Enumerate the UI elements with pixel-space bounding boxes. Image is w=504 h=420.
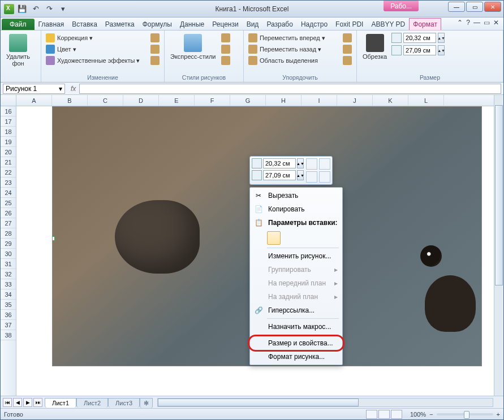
- sheet-nav-first[interactable]: ⏮: [3, 398, 12, 407]
- tab-view[interactable]: Вид: [243, 18, 263, 30]
- row-header[interactable]: 31: [1, 259, 16, 269]
- row-header[interactable]: 27: [1, 218, 16, 228]
- width-input[interactable]: [403, 45, 436, 55]
- view-normal-button[interactable]: [366, 410, 377, 419]
- mini-send-backward-icon[interactable]: [319, 158, 330, 170]
- col-header[interactable]: K: [373, 95, 408, 106]
- mini-bring-forward-icon[interactable]: [306, 158, 317, 170]
- col-header[interactable]: C: [88, 95, 123, 106]
- formula-input[interactable]: [79, 84, 501, 94]
- row-header[interactable]: 32: [1, 269, 16, 279]
- row-header[interactable]: 22: [1, 167, 16, 177]
- tab-formulas[interactable]: Формулы: [139, 18, 176, 30]
- tab-format[interactable]: Формат: [409, 18, 441, 30]
- height-input[interactable]: [403, 33, 436, 43]
- row-header[interactable]: 26: [1, 208, 16, 218]
- sheet-nav-next[interactable]: ▶: [23, 398, 32, 407]
- artistic-effects-button[interactable]: Художественные эффекты ▾: [45, 55, 147, 66]
- ctx-format-picture[interactable]: Формат рисунка...: [251, 350, 341, 363]
- row-header[interactable]: 23: [1, 177, 16, 188]
- tab-home[interactable]: Главная: [35, 18, 68, 30]
- select-all-corner[interactable]: [1, 95, 16, 106]
- mini-width-spinner[interactable]: ▲▼: [297, 170, 304, 180]
- ctx-cut[interactable]: ✂Вырезать: [251, 189, 341, 202]
- scrollbar-thumb[interactable]: [158, 399, 359, 406]
- undo-icon[interactable]: ↶: [30, 3, 41, 15]
- tab-foxit[interactable]: Foxit PDI: [331, 18, 367, 30]
- zoom-percent[interactable]: 100%: [410, 411, 426, 418]
- row-header[interactable]: 24: [1, 188, 16, 198]
- color-button[interactable]: Цвет ▾: [45, 44, 147, 54]
- mini-style-icon[interactable]: [306, 171, 317, 183]
- picture-layout-button[interactable]: [220, 55, 231, 66]
- zoom-in-button[interactable]: +: [497, 411, 500, 418]
- col-header[interactable]: A: [16, 95, 52, 106]
- sheet-tab-1[interactable]: Лист1: [45, 398, 76, 408]
- mini-crop-icon[interactable]: [319, 171, 330, 183]
- help-icon[interactable]: ?: [466, 19, 470, 27]
- view-page-layout-button[interactable]: [378, 410, 390, 419]
- tab-data[interactable]: Данные: [176, 18, 208, 30]
- align-button[interactable]: [342, 33, 353, 43]
- width-spinner[interactable]: ▲▼: [438, 45, 445, 55]
- fx-icon[interactable]: fx: [67, 85, 79, 93]
- row-header[interactable]: 18: [1, 127, 16, 137]
- doc-minimize-icon[interactable]: —: [473, 19, 480, 27]
- row-header[interactable]: 21: [1, 157, 16, 167]
- col-header[interactable]: H: [266, 95, 301, 106]
- new-sheet-button[interactable]: ✻: [140, 398, 153, 408]
- redo-icon[interactable]: ↷: [44, 3, 55, 15]
- row-header[interactable]: 37: [1, 320, 16, 330]
- tab-insert[interactable]: Вставка: [68, 18, 101, 30]
- row-header[interactable]: 35: [1, 300, 16, 310]
- send-backward-button[interactable]: Переместить назад ▾: [247, 44, 339, 54]
- height-spinner[interactable]: ▲▼: [438, 33, 445, 43]
- picture-border-button[interactable]: [220, 33, 231, 43]
- maximize-button[interactable]: ▭: [466, 2, 483, 12]
- qat-customize-icon[interactable]: ▾: [57, 3, 68, 15]
- col-header[interactable]: E: [159, 95, 195, 106]
- minimize-ribbon-icon[interactable]: ⌃: [457, 19, 463, 27]
- tab-layout[interactable]: Разметка: [101, 18, 139, 30]
- doc-restore-icon[interactable]: ▭: [484, 19, 490, 27]
- view-page-break-button[interactable]: [391, 410, 402, 419]
- row-header[interactable]: 25: [1, 198, 16, 208]
- row-header[interactable]: 38: [1, 330, 16, 340]
- change-picture-button[interactable]: [149, 44, 161, 54]
- zoom-slider[interactable]: [437, 413, 493, 415]
- mini-height-input[interactable]: [263, 158, 296, 168]
- row-header[interactable]: 16: [1, 106, 16, 116]
- ctx-assign-macro[interactable]: Назначить макрос...: [251, 320, 341, 334]
- sheet-tab-2[interactable]: Лист2: [76, 398, 108, 408]
- ctx-hyperlink[interactable]: 🔗Гиперссылка...: [251, 304, 341, 317]
- col-header[interactable]: L: [408, 95, 444, 106]
- col-header[interactable]: J: [337, 95, 373, 106]
- vertical-scrollbar[interactable]: [494, 95, 503, 396]
- row-header[interactable]: 29: [1, 239, 16, 249]
- ctx-size-and-properties[interactable]: Размер и свойства...: [251, 336, 341, 350]
- tab-review[interactable]: Рецензи: [208, 18, 242, 30]
- ctx-copy[interactable]: 📄Копировать: [251, 202, 341, 216]
- col-header[interactable]: F: [195, 95, 230, 106]
- sheet-tab-3[interactable]: Лист3: [108, 398, 140, 408]
- selection-pane-button[interactable]: Область выделения: [247, 55, 339, 66]
- name-box-dropdown-icon[interactable]: ▾: [59, 85, 62, 93]
- compress-button[interactable]: [149, 33, 161, 43]
- express-styles-button[interactable]: Экспресс-стили: [168, 33, 218, 61]
- close-button[interactable]: ✕: [484, 2, 501, 12]
- tab-developer[interactable]: Разрабо: [262, 18, 297, 30]
- sheet-nav-prev[interactable]: ◀: [13, 398, 22, 407]
- minimize-button[interactable]: —: [448, 2, 465, 12]
- zoom-out-button[interactable]: −: [429, 411, 433, 418]
- remove-background-button[interactable]: Удалить фон: [4, 33, 32, 68]
- sheet-nav-last[interactable]: ⏭: [33, 398, 42, 407]
- ctx-change-picture[interactable]: Изменить рисунок...: [251, 249, 341, 263]
- mini-width-input[interactable]: [263, 170, 296, 180]
- picture-effects-button[interactable]: [220, 44, 231, 54]
- tab-addins[interactable]: Надстро: [297, 18, 331, 30]
- row-header[interactable]: 36: [1, 310, 16, 320]
- bring-forward-button[interactable]: Переместить вперед ▾: [247, 33, 339, 43]
- crop-button[interactable]: Обрезка: [360, 33, 389, 61]
- corrections-button[interactable]: Коррекция ▾: [45, 33, 147, 43]
- row-header[interactable]: 20: [1, 147, 16, 157]
